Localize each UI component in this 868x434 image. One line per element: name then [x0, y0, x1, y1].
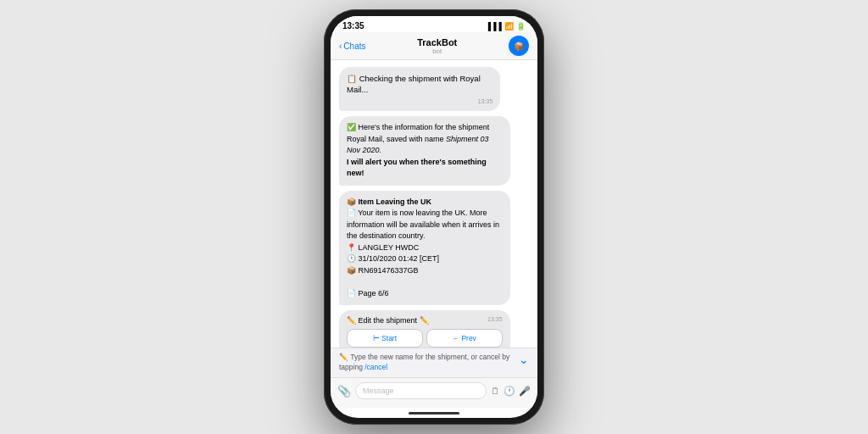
nav-center: TrackBot bot: [417, 37, 457, 55]
mic-icon[interactable]: 🎤: [519, 386, 531, 397]
nav-title: TrackBot: [417, 37, 457, 47]
check-icon: ✅: [347, 123, 359, 131]
battery-icon: 🔋: [516, 22, 526, 31]
prev-button[interactable]: ← Prev: [426, 329, 503, 348]
wifi-icon: 📶: [504, 22, 514, 31]
page-indicator: 📄 Page 6/6: [347, 288, 503, 300]
suggestion-text: ✏️ Type the new name for the shipment, o…: [339, 353, 514, 373]
btn-row-1: ⊢ Start ← Prev: [347, 329, 503, 348]
detail-line-1: 📦 Item Leaving the UK: [347, 197, 503, 209]
clock-icon[interactable]: 🕐: [504, 386, 515, 397]
detail-line-3: 📍 LANGLEY HWDC: [347, 242, 503, 254]
nav-avatar[interactable]: 📦: [509, 36, 529, 56]
chevron-down-button[interactable]: ⌄: [519, 353, 529, 366]
edit-timestamp: 13:35: [487, 316, 503, 322]
chat-area: 📋 Checking the shipment with Royal Mail.…: [331, 60, 537, 348]
input-placeholder: Message: [363, 387, 394, 395]
detail-line-5: 📦 RN691476337GB: [347, 265, 503, 277]
status-time: 13:35: [342, 21, 364, 31]
home-bar: [409, 412, 459, 415]
message-info: ✅ Here's the information for the shipmen…: [339, 116, 510, 186]
sticker-icon[interactable]: 🗒: [491, 386, 500, 396]
edit-label: ✏️ Edit the shipment ✏️ 13:35: [347, 316, 503, 325]
message-edit-shipment: ✏️ Edit the shipment ✏️ 13:35 ⊢ Start ← …: [339, 310, 510, 348]
phone-screen: 13:35 ▐▐▐ 📶 🔋 ‹ Chats TrackBot bot 📦: [331, 16, 537, 418]
status-icons: ▐▐▐ 📶 🔋: [486, 22, 526, 31]
checking-text: Checking the shipment with Royal Mail...: [347, 74, 481, 94]
detail-line-2: 📄 Your item is now leaving the UK. More …: [347, 208, 503, 242]
home-indicator: [331, 408, 537, 418]
chevron-left-icon: ‹: [339, 42, 342, 51]
phone-frame: 13:35 ▐▐▐ 📶 🔋 ‹ Chats TrackBot bot 📦: [324, 9, 544, 425]
message-detail: 📦 Item Leaving the UK 📄 Your item is now…: [339, 191, 510, 306]
avatar-icon: 📦: [514, 42, 524, 51]
checking-icon: 📋: [347, 74, 359, 83]
signal-icon: ▐▐▐: [486, 22, 502, 31]
start-button[interactable]: ⊢ Start: [347, 329, 423, 348]
input-right-icons: 🗒 🕐 🎤: [491, 386, 531, 397]
nav-bar: ‹ Chats TrackBot bot 📦: [331, 32, 537, 60]
message-input[interactable]: Message: [355, 382, 487, 399]
message-checking: 📋 Checking the shipment with Royal Mail.…: [339, 67, 500, 111]
status-bar: 13:35 ▐▐▐ 📶 🔋: [331, 16, 537, 32]
detail-line-4: 🕐 31/10/2020 01:42 [CET]: [347, 253, 503, 265]
suggestion-banner: ✏️ Type the new name for the shipment, o…: [331, 348, 537, 377]
checking-timestamp: 13:35: [347, 97, 492, 106]
cancel-link[interactable]: /cancel: [364, 363, 387, 371]
input-bar: 📎 Message 🗒 🕐 🎤: [331, 377, 537, 408]
back-button[interactable]: ‹ Chats: [339, 42, 365, 51]
nav-subtitle: bot: [417, 47, 457, 55]
attachment-icon[interactable]: 📎: [337, 385, 351, 398]
